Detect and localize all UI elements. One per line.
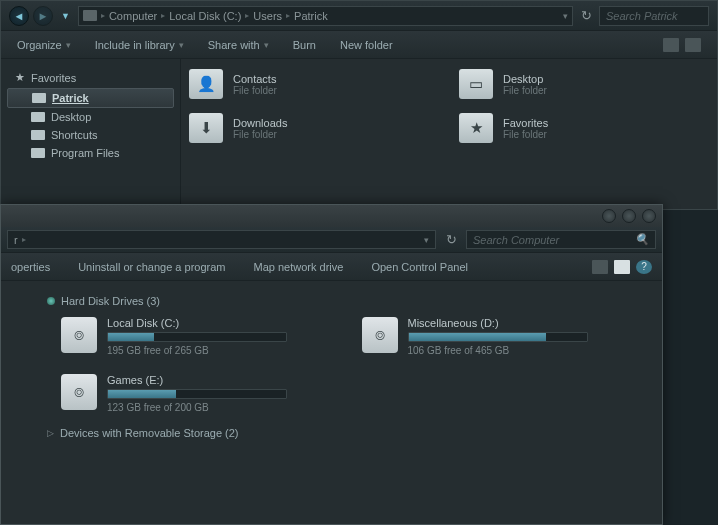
folder-favorites[interactable]: ★ Favorites File folder xyxy=(459,113,709,143)
new-folder-button[interactable]: New folder xyxy=(340,39,393,51)
refresh-button[interactable]: ↻ xyxy=(442,231,460,249)
folder-downloads[interactable]: ⬇ Downloads File folder xyxy=(189,113,439,143)
drive-games-e[interactable]: ⌾ Games (E:) 123 GB free of 200 GB xyxy=(61,374,332,413)
close-button[interactable] xyxy=(642,209,656,223)
breadcrumb-item[interactable]: Computer xyxy=(109,10,157,22)
share-menu[interactable]: Share with▾ xyxy=(208,39,269,51)
search-input[interactable]: Search Computer 🔍 xyxy=(466,230,656,249)
desktop-icon: ▭ xyxy=(459,69,493,99)
expand-icon: ▷ xyxy=(47,428,54,438)
organize-menu[interactable]: Organize▾ xyxy=(17,39,71,51)
maximize-button[interactable] xyxy=(622,209,636,223)
sidebar-item-desktop[interactable]: Desktop xyxy=(5,108,176,126)
view-options-button[interactable] xyxy=(663,38,679,52)
include-library-menu[interactable]: Include in library▾ xyxy=(95,39,184,51)
content-area: Hard Disk Drives (3) ⌾ Local Disk (C:) 1… xyxy=(1,281,662,449)
sidebar: ★ Favorites Patrick Desktop Shortcuts Pr… xyxy=(1,59,181,209)
titlebar xyxy=(1,205,662,227)
hdd-icon: ⌾ xyxy=(61,374,97,410)
downloads-icon: ⬇ xyxy=(189,113,223,143)
contacts-icon: 👤 xyxy=(189,69,223,99)
nav-history-dropdown[interactable]: ▼ xyxy=(57,11,74,21)
removable-category-header[interactable]: ▷ Devices with Removable Storage (2) xyxy=(31,427,632,439)
expand-icon xyxy=(47,297,55,305)
chevron-right-icon: ▸ xyxy=(286,11,290,20)
minimize-button[interactable] xyxy=(602,209,616,223)
back-button[interactable]: ◄ xyxy=(9,6,29,26)
help-button[interactable]: ? xyxy=(636,260,652,274)
drive-misc-d[interactable]: ⌾ Miscellaneous (D:) 106 GB free of 465 … xyxy=(362,317,633,356)
preview-pane-button[interactable] xyxy=(685,38,701,52)
preview-pane-button[interactable] xyxy=(614,260,630,274)
hdd-icon: ⌾ xyxy=(362,317,398,353)
breadcrumb-item[interactable]: Users xyxy=(253,10,282,22)
address-bar: ◄ ► ▼ ▸ Computer ▸ Local Disk (C:) ▸ Use… xyxy=(1,1,717,31)
sidebar-favorites-header[interactable]: ★ Favorites xyxy=(5,67,176,88)
hdd-category-header[interactable]: Hard Disk Drives (3) xyxy=(31,291,632,317)
dropdown-icon[interactable]: ▾ xyxy=(424,235,429,245)
breadcrumb-item[interactable]: Local Disk (C:) xyxy=(169,10,241,22)
favorites-icon: ★ xyxy=(459,113,493,143)
view-options-button[interactable] xyxy=(592,260,608,274)
folder-icon xyxy=(31,148,45,158)
star-icon: ★ xyxy=(15,71,25,84)
breadcrumb-item[interactable]: Patrick xyxy=(294,10,328,22)
folder-icon xyxy=(32,93,46,103)
search-input[interactable]: Search Patrick xyxy=(599,6,709,26)
control-panel-button[interactable]: Open Control Panel xyxy=(371,261,468,273)
breadcrumb[interactable]: ▸ Computer ▸ Local Disk (C:) ▸ Users ▸ P… xyxy=(78,6,573,26)
burn-button[interactable]: Burn xyxy=(293,39,316,51)
forward-button[interactable]: ► xyxy=(33,6,53,26)
chevron-right-icon: ▸ xyxy=(161,11,165,20)
refresh-button[interactable]: ↻ xyxy=(577,7,595,25)
folder-grid: 👤 Contacts File folder ▭ Desktop File fo… xyxy=(181,59,717,209)
toolbar: operties Uninstall or change a program M… xyxy=(1,253,662,281)
chevron-right-icon: ▸ xyxy=(245,11,249,20)
folder-icon xyxy=(31,112,45,122)
content-area: ★ Favorites Patrick Desktop Shortcuts Pr… xyxy=(1,59,717,209)
address-bar: r ▸ ▾ ↻ Search Computer 🔍 xyxy=(1,227,662,253)
dropdown-icon[interactable]: ▾ xyxy=(563,11,568,21)
capacity-bar xyxy=(107,332,287,342)
folder-icon xyxy=(31,130,45,140)
chevron-right-icon: ▸ xyxy=(101,11,105,20)
explorer-window-computer: r ▸ ▾ ↻ Search Computer 🔍 operties Unins… xyxy=(0,204,663,525)
explorer-window-patrick: ◄ ► ▼ ▸ Computer ▸ Local Disk (C:) ▸ Use… xyxy=(0,0,718,210)
properties-button[interactable]: operties xyxy=(11,261,50,273)
capacity-bar xyxy=(408,332,588,342)
folder-desktop[interactable]: ▭ Desktop File folder xyxy=(459,69,709,99)
capacity-bar xyxy=(107,389,287,399)
search-icon: 🔍 xyxy=(635,233,649,246)
map-drive-button[interactable]: Map network drive xyxy=(254,261,344,273)
toolbar: Organize▾ Include in library▾ Share with… xyxy=(1,31,717,59)
folder-contacts[interactable]: 👤 Contacts File folder xyxy=(189,69,439,99)
drives-grid: ⌾ Local Disk (C:) 195 GB free of 265 GB … xyxy=(31,317,632,413)
sidebar-item-shortcuts[interactable]: Shortcuts xyxy=(5,126,176,144)
chevron-right-icon: ▸ xyxy=(22,235,26,244)
breadcrumb[interactable]: r ▸ ▾ xyxy=(7,230,436,249)
hdd-icon: ⌾ xyxy=(61,317,97,353)
drive-local-c[interactable]: ⌾ Local Disk (C:) 195 GB free of 265 GB xyxy=(61,317,332,356)
folder-icon xyxy=(83,10,97,21)
sidebar-item-program-files[interactable]: Program Files xyxy=(5,144,176,162)
sidebar-item-patrick[interactable]: Patrick xyxy=(7,88,174,108)
uninstall-button[interactable]: Uninstall or change a program xyxy=(78,261,225,273)
